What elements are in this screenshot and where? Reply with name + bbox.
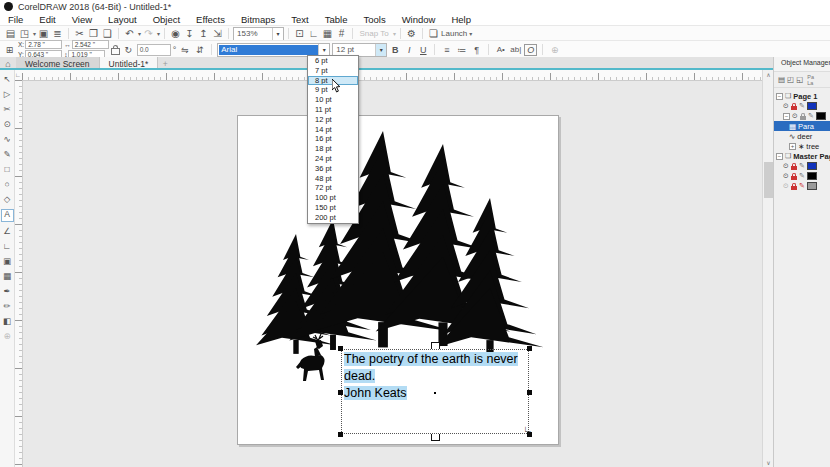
rotation-angle-field[interactable]: 0.0 bbox=[137, 44, 171, 56]
master-desktop-row[interactable]: ⊙ ✎ bbox=[774, 171, 830, 181]
import-icon[interactable]: ↧ bbox=[183, 28, 196, 40]
character-formatting-icon[interactable]: A• bbox=[494, 44, 507, 56]
object-width-field[interactable]: 2.542 " bbox=[72, 40, 109, 49]
mirror-horizontal-icon[interactable]: ⇋ bbox=[178, 44, 191, 56]
crop-tool[interactable]: ✂ bbox=[2, 104, 13, 115]
vertical-ruler[interactable] bbox=[14, 80, 23, 467]
ellipse-tool[interactable]: ○ bbox=[2, 179, 13, 190]
menu-table[interactable]: Table bbox=[317, 14, 356, 25]
edit-pencil-icon[interactable]: ✎ bbox=[799, 182, 805, 190]
font-size-option[interactable]: 150 pt bbox=[308, 203, 358, 213]
menu-object[interactable]: Object bbox=[145, 14, 188, 25]
publish-pdf-icon[interactable]: ⇲ bbox=[211, 28, 224, 40]
lock-icon[interactable] bbox=[791, 186, 797, 190]
edit-pencil-icon[interactable]: ✎ bbox=[799, 162, 805, 170]
font-size-option[interactable]: 72 pt bbox=[308, 183, 358, 193]
italic-button[interactable]: I bbox=[403, 45, 415, 55]
master-grid-row[interactable]: ⊙ ✎ bbox=[774, 181, 830, 191]
show-rulers-icon[interactable]: ∟ bbox=[307, 28, 320, 40]
open-dropdown-icon[interactable]: ▾ bbox=[33, 30, 36, 37]
zoom-level-dropdown-icon[interactable]: ▾ bbox=[272, 28, 283, 40]
menu-edit[interactable]: Edit bbox=[31, 14, 63, 25]
lock-icon[interactable] bbox=[791, 106, 797, 110]
interactive-opentype-button[interactable]: O bbox=[524, 44, 537, 56]
paragraph-text-frame[interactable]: The poetry of the earth is never dead. J… bbox=[341, 349, 529, 434]
text-alignment-icon[interactable]: ≡ bbox=[440, 44, 453, 56]
edit-pencil-icon[interactable]: ✎ bbox=[808, 112, 814, 120]
font-size-option[interactable]: 24 pt bbox=[308, 154, 358, 164]
freehand-tool[interactable]: ∿ bbox=[2, 134, 13, 145]
redo-dropdown-icon[interactable]: ▾ bbox=[157, 30, 160, 37]
edit-text-icon[interactable]: ab| bbox=[509, 44, 522, 56]
bold-button[interactable]: B bbox=[389, 45, 401, 55]
tab-untitled-1[interactable]: Untitled-1* bbox=[100, 57, 159, 70]
print-icon[interactable]: ≣ bbox=[51, 28, 64, 40]
new-tab-button[interactable]: + bbox=[158, 57, 172, 70]
text-tool[interactable]: A bbox=[1, 209, 14, 222]
search-content-icon[interactable]: ◉ bbox=[169, 28, 182, 40]
visibility-eye-icon[interactable]: ⊙ bbox=[783, 162, 789, 170]
drop-cap-icon[interactable]: ¶ bbox=[470, 44, 483, 56]
add-tools-button[interactable]: ⊕ bbox=[2, 331, 13, 342]
menu-bitmaps[interactable]: Bitmaps bbox=[233, 14, 283, 25]
layer-color-chip-black[interactable] bbox=[816, 112, 826, 120]
font-size-option[interactable]: 36 pt bbox=[308, 164, 358, 174]
lock-ratio-icon[interactable] bbox=[111, 48, 120, 55]
object-paragraph-text-selected[interactable]: ▦ Para bbox=[774, 121, 830, 131]
redo-icon[interactable]: ↷ bbox=[142, 28, 155, 40]
font-size-option[interactable]: 11 pt bbox=[308, 105, 358, 115]
undo-dropdown-icon[interactable]: ▾ bbox=[138, 30, 141, 37]
layer-guides-row[interactable]: ⊙ ✎ bbox=[774, 101, 830, 111]
visibility-eye-icon[interactable]: ⊙ bbox=[792, 112, 798, 120]
menu-text[interactable]: Text bbox=[283, 14, 316, 25]
tree-master-page[interactable]: − ❏ Master Pag bbox=[774, 151, 830, 161]
connector-tool[interactable]: ∟ bbox=[2, 241, 13, 252]
selection-handle-right[interactable] bbox=[527, 390, 532, 395]
object-tree-group[interactable]: + ∗ tree bbox=[774, 141, 830, 151]
collapse-icon[interactable]: − bbox=[776, 153, 783, 160]
selection-handle-bottom-left[interactable] bbox=[338, 432, 343, 437]
save-icon[interactable]: ▣ bbox=[37, 28, 50, 40]
menu-help[interactable]: Help bbox=[443, 14, 479, 25]
home-tab-icon[interactable]: ⌂ bbox=[0, 57, 16, 70]
menu-view[interactable]: View bbox=[64, 14, 100, 25]
font-size-option[interactable]: 200 pt bbox=[308, 213, 358, 223]
expand-icon[interactable]: + bbox=[789, 143, 796, 150]
object-deer[interactable]: ∿ deer bbox=[774, 131, 830, 141]
menu-window[interactable]: Window bbox=[394, 14, 444, 25]
options-gear-icon[interactable]: ⚙ bbox=[405, 28, 418, 40]
menu-effects[interactable]: Effects bbox=[188, 14, 233, 25]
collapse-icon[interactable]: − bbox=[783, 113, 790, 120]
layer-color-chip-blue[interactable] bbox=[807, 102, 817, 110]
export-icon[interactable]: ↥ bbox=[197, 28, 210, 40]
pick-tool[interactable]: ↖ bbox=[2, 74, 13, 85]
font-size-option[interactable]: 7 pt bbox=[308, 66, 358, 76]
lock-icon[interactable] bbox=[791, 176, 797, 180]
snap-to-dropdown-icon[interactable]: ▾ bbox=[393, 30, 396, 37]
scrollbar-thumb[interactable] bbox=[764, 162, 773, 198]
new-document-icon[interactable]: ▤ bbox=[4, 28, 17, 40]
selection-handle-top-left[interactable] bbox=[338, 346, 343, 351]
font-size-dropdown-icon[interactable]: ▾ bbox=[375, 44, 386, 56]
layer-manager-view-icon[interactable]: ▤ bbox=[778, 75, 785, 84]
x-position-field[interactable]: 2.78 " bbox=[25, 40, 62, 49]
zoom-tool[interactable]: ⊙ bbox=[2, 119, 13, 130]
column-handle-top[interactable] bbox=[431, 342, 440, 349]
bulleted-list-icon[interactable]: ≔ bbox=[455, 44, 468, 56]
undo-icon[interactable]: ↶ bbox=[123, 28, 136, 40]
fullscreen-preview-icon[interactable]: ⊡ bbox=[293, 28, 306, 40]
cut-icon[interactable]: ✂ bbox=[73, 28, 86, 40]
font-size-option[interactable]: 10 pt bbox=[308, 95, 358, 105]
open-icon[interactable]: ◳ bbox=[18, 28, 31, 40]
launch-button[interactable]: Launch bbox=[441, 29, 467, 38]
font-size-option[interactable]: 6 pt bbox=[308, 56, 358, 66]
layer-color-chip-gray[interactable] bbox=[807, 182, 817, 190]
layer-color-chip-black[interactable] bbox=[807, 172, 817, 180]
new-master-layer-icon[interactable]: ◱ bbox=[796, 75, 803, 84]
font-size-option[interactable]: 12 pt bbox=[308, 115, 358, 125]
font-size-option[interactable]: 48 pt bbox=[308, 174, 358, 184]
visibility-eye-icon[interactable]: ⊙ bbox=[783, 172, 789, 180]
shape-tool[interactable]: ▷ bbox=[2, 89, 13, 100]
polygon-tool[interactable]: ◇ bbox=[2, 194, 13, 205]
rectangle-tool[interactable]: □ bbox=[2, 164, 13, 175]
